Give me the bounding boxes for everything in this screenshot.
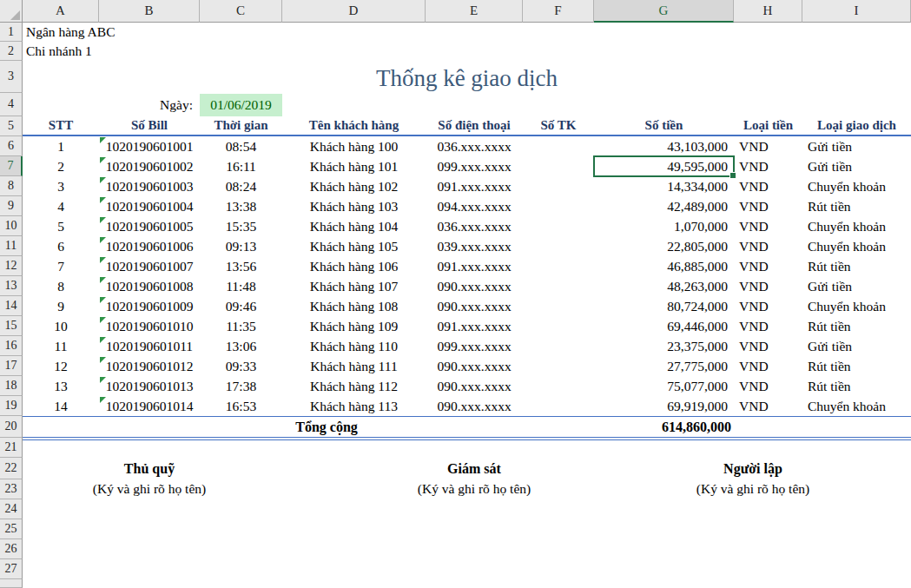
cell-account-row10[interactable] [523,216,594,236]
date-value-cell[interactable]: 01/06/2019 [200,94,282,116]
cell-time-row8[interactable]: 08:24 [200,176,282,196]
table-header-currency[interactable]: Loại tiền [734,116,802,135]
cell-phone-row9[interactable]: 094.xxx.xxxx [426,196,523,216]
column-header-D[interactable]: D [282,0,426,23]
cell-bill-row15[interactable]: 1020190601010 [99,316,200,336]
cell-type-row8[interactable]: Chuyển khoản [802,176,911,196]
cell-bill-row14[interactable]: 1020190601009 [99,296,200,316]
cell-bill-row17[interactable]: 1020190601012 [99,356,200,376]
row-header-8[interactable]: 8 [0,176,23,196]
cell-phone-row10[interactable]: 036.xxx.xxxx [426,216,523,236]
cell-amount-row14[interactable]: 80,724,000 [594,296,734,316]
cell-phone-row16[interactable]: 099.xxx.xxxx [426,336,523,356]
cell-currency-row19[interactable]: VND [734,396,802,416]
column-header-H[interactable]: H [734,0,802,23]
cell-bill-row16[interactable]: 1020190601011 [99,336,200,356]
signature-note-cashier[interactable]: (Ký và ghi rõ họ tên) [36,479,262,499]
cell-amount-row16[interactable]: 23,375,000 [594,336,734,356]
cell-stt-row11[interactable]: 6 [23,236,99,256]
row-header-14[interactable]: 14 [0,296,23,316]
cell-account-row15[interactable] [523,316,594,336]
row-header-7[interactable]: 7 [0,156,23,176]
cell-phone-row7[interactable]: 099.xxx.xxxx [426,156,523,176]
row-header-23[interactable]: 23 [0,479,23,499]
cell-name-row16[interactable]: Khách hàng 110 [282,336,426,356]
column-header-B[interactable]: B [99,0,200,23]
cell-account-row13[interactable] [523,276,594,296]
cell-stt-row19[interactable]: 14 [23,396,99,416]
cell-currency-row13[interactable]: VND [734,276,802,296]
cell-time-row13[interactable]: 11:48 [200,276,282,296]
cell-name-row12[interactable]: Khách hàng 106 [282,256,426,276]
cell-stt-row12[interactable]: 7 [23,256,99,276]
cell-type-row14[interactable]: Chuyển khoản [802,296,911,316]
cell-bill-row10[interactable]: 1020190601005 [99,216,200,236]
row-header-21[interactable]: 21 [0,438,23,458]
row-header-3[interactable]: 3 [0,61,23,93]
row-header-1[interactable]: 1 [0,23,23,42]
cell-name-row17[interactable]: Khách hàng 111 [282,356,426,376]
row-header-18[interactable]: 18 [0,376,23,396]
cell-amount-row7[interactable]: 49,595,000 [594,156,734,176]
cell-account-row6[interactable] [523,136,594,156]
signature-title-preparer[interactable]: Người lập [657,458,848,479]
cell-name-row6[interactable]: Khách hàng 100 [282,136,426,156]
cell-account-row18[interactable] [523,376,594,396]
cell-currency-row12[interactable]: VND [734,256,802,276]
cell-account-row16[interactable] [523,336,594,356]
cell-time-row16[interactable]: 13:06 [200,336,282,356]
cell-name-row7[interactable]: Khách hàng 101 [282,156,426,176]
cell-amount-row17[interactable]: 27,775,000 [594,356,734,376]
cell-time-row18[interactable]: 17:38 [200,376,282,396]
cell-stt-row8[interactable]: 3 [23,176,99,196]
row-header-24[interactable]: 24 [0,499,23,519]
cell-currency-row9[interactable]: VND [734,196,802,216]
row-header-25[interactable]: 25 [0,519,23,539]
cell-amount-row6[interactable]: 43,103,000 [594,136,734,156]
cell-time-row6[interactable]: 08:54 [200,136,282,156]
row-header-13[interactable]: 13 [0,276,23,296]
cell-phone-row19[interactable]: 090.xxx.xxxx [426,396,523,416]
row-header-4[interactable]: 4 [0,93,23,116]
cell-name-row8[interactable]: Khách hàng 102 [282,176,426,196]
cell-stt-row18[interactable]: 13 [23,376,99,396]
cell-bill-row18[interactable]: 1020190601013 [99,376,200,396]
cell-time-row11[interactable]: 09:13 [200,236,282,256]
cell-stt-row14[interactable]: 9 [23,296,99,316]
row-header-6[interactable]: 6 [0,136,23,156]
signature-note-supervisor[interactable]: (Ký và ghi rõ họ tên) [361,479,587,499]
cell-name-row19[interactable]: Khách hàng 113 [282,396,426,416]
cell-currency-row11[interactable]: VND [734,236,802,256]
cell-currency-row7[interactable]: VND [734,156,802,176]
cell-currency-row16[interactable]: VND [734,336,802,356]
cell-stt-row10[interactable]: 5 [23,216,99,236]
cell-currency-row15[interactable]: VND [734,316,802,336]
total-value-cell[interactable]: 614,860,000 [594,417,731,437]
cell-name-row15[interactable]: Khách hàng 109 [282,316,426,336]
cell-phone-row14[interactable]: 090.xxx.xxxx [426,296,523,316]
row-header-27[interactable]: 27 [0,559,23,579]
date-label-cell[interactable]: Ngày: [99,93,193,116]
cell-phone-row17[interactable]: 090.xxx.xxxx [426,356,523,376]
cell-time-row12[interactable]: 13:56 [200,256,282,276]
cell-currency-row10[interactable]: VND [734,216,802,236]
cell-bill-row12[interactable]: 1020190601007 [99,256,200,276]
cell-time-row19[interactable]: 16:53 [200,396,282,416]
cell-type-row16[interactable]: Gửi tiền [802,336,911,356]
cell-bill-row11[interactable]: 1020190601006 [99,236,200,256]
cell-stt-row15[interactable]: 10 [23,316,99,336]
table-header-type[interactable]: Loại giao dịch [802,116,911,135]
row-header-17[interactable]: 17 [0,356,23,376]
table-header-account[interactable]: Số TK [523,116,594,135]
cell-name-row13[interactable]: Khách hàng 107 [282,276,426,296]
cell-amount-row18[interactable]: 75,077,000 [594,376,734,396]
signature-title-cashier[interactable]: Thủ quỹ [54,458,245,479]
cell-type-row12[interactable]: Rút tiền [802,256,911,276]
cell-phone-row18[interactable]: 090.xxx.xxxx [426,376,523,396]
cell-stt-row17[interactable]: 12 [23,356,99,376]
cell-phone-row11[interactable]: 039.xxx.xxxx [426,236,523,256]
cell-type-row15[interactable]: Rút tiền [802,316,911,336]
cell-phone-row12[interactable]: 091.xxx.xxxx [426,256,523,276]
cell-currency-row6[interactable]: VND [734,136,802,156]
cell-account-row8[interactable] [523,176,594,196]
